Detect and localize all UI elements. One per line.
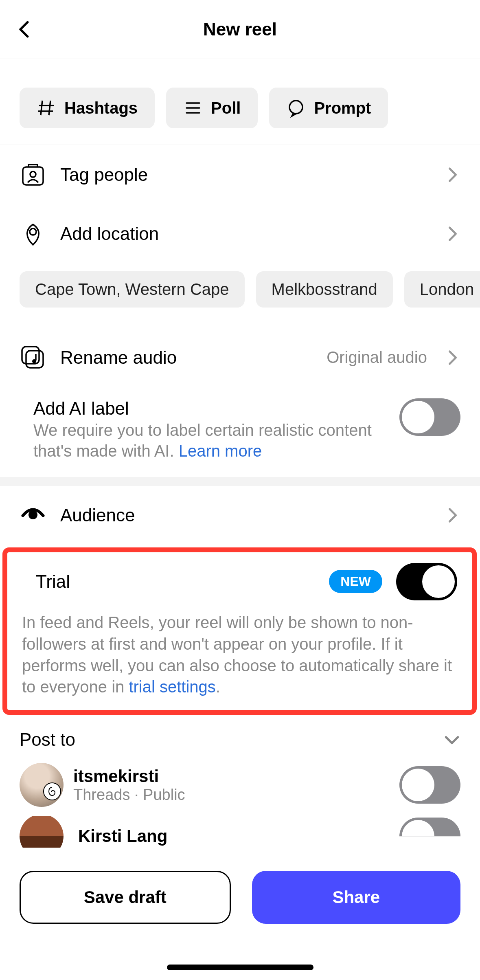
- page-title: New reel: [0, 19, 480, 40]
- svg-point-0: [289, 101, 302, 114]
- trial-toggle[interactable]: [396, 563, 457, 600]
- chip-row: Hashtags Poll Prompt: [0, 59, 480, 145]
- trial-label: Trial: [36, 571, 315, 592]
- save-draft-button[interactable]: Save draft: [20, 871, 231, 924]
- tag-people-icon: [20, 161, 46, 188]
- threads-badge-icon: [43, 782, 61, 800]
- svg-point-3: [30, 229, 36, 235]
- account-name: Kirsti Lang: [78, 826, 385, 846]
- home-indicator: [167, 965, 313, 970]
- location-chip[interactable]: Melkbosstrand: [256, 271, 393, 308]
- row-label: Audience: [60, 505, 431, 525]
- chip-prompt[interactable]: Prompt: [269, 88, 388, 128]
- audio-icon: [20, 344, 46, 371]
- chat-icon: [286, 98, 306, 118]
- trial-block-highlight: Trial NEW In feed and Reels, your reel w…: [2, 547, 477, 715]
- chip-label: Poll: [211, 99, 241, 117]
- account-name: itsmekirsti: [73, 767, 385, 786]
- chip-hashtags[interactable]: Hashtags: [20, 88, 155, 128]
- row-label: Add location: [60, 224, 431, 244]
- svg-rect-1: [23, 167, 43, 185]
- location-suggestions: Cape Town, Western Cape Melkbosstrand Lo…: [0, 263, 480, 328]
- share-button[interactable]: Share: [252, 871, 461, 924]
- row-rename-audio[interactable]: Rename audio Original audio: [0, 328, 480, 387]
- location-chip[interactable]: London: [404, 271, 480, 308]
- post-to-header[interactable]: Post to: [0, 717, 480, 754]
- ai-label-desc: We require you to label certain realisti…: [33, 420, 386, 461]
- trial-desc: In feed and Reels, your reel will only b…: [22, 612, 457, 698]
- trial-settings-link[interactable]: trial settings: [129, 678, 215, 696]
- avatar: [20, 816, 64, 848]
- list-icon: [183, 98, 203, 118]
- chevron-right-icon: [445, 226, 460, 242]
- ai-label-title: Add AI label: [33, 398, 386, 419]
- section-divider: [0, 477, 480, 486]
- row-label: Tag people: [60, 165, 431, 185]
- chevron-right-icon: [445, 350, 460, 365]
- eye-icon: [20, 502, 46, 529]
- account-sub: Threads · Public: [73, 786, 385, 804]
- post-to-label: Post to: [20, 730, 75, 750]
- svg-point-8: [28, 510, 37, 519]
- chip-label: Prompt: [314, 99, 371, 117]
- learn-more-link[interactable]: Learn more: [179, 442, 262, 460]
- location-pin-icon: [20, 220, 46, 247]
- header: New reel: [0, 0, 480, 59]
- chevron-right-icon: [445, 508, 460, 523]
- bottom-action-bar: Save draft Share: [0, 851, 480, 936]
- new-badge: NEW: [329, 570, 382, 593]
- svg-rect-5: [26, 351, 43, 368]
- account-row: Kirsti Lang: [0, 816, 480, 848]
- chip-label: Hashtags: [64, 99, 138, 117]
- svg-point-2: [30, 171, 36, 177]
- account-toggle[interactable]: [399, 817, 460, 848]
- account-toggle[interactable]: [399, 766, 460, 804]
- location-chip[interactable]: Cape Town, Western Cape: [20, 271, 245, 308]
- row-label: Rename audio: [60, 347, 313, 368]
- row-value: Original audio: [327, 348, 427, 367]
- chevron-down-icon: [443, 731, 460, 748]
- ai-label-toggle[interactable]: [399, 398, 460, 436]
- chip-poll[interactable]: Poll: [166, 88, 258, 128]
- account-row: itsmekirsti Threads · Public: [0, 754, 480, 816]
- row-add-location[interactable]: Add location: [0, 204, 480, 263]
- svg-point-6: [32, 359, 36, 363]
- row-audience[interactable]: Audience: [0, 486, 480, 545]
- row-tag-people[interactable]: Tag people: [0, 145, 480, 204]
- hashtag-icon: [37, 98, 56, 118]
- chevron-right-icon: [445, 167, 460, 182]
- row-ai-label: Add AI label We require you to label cer…: [0, 387, 480, 477]
